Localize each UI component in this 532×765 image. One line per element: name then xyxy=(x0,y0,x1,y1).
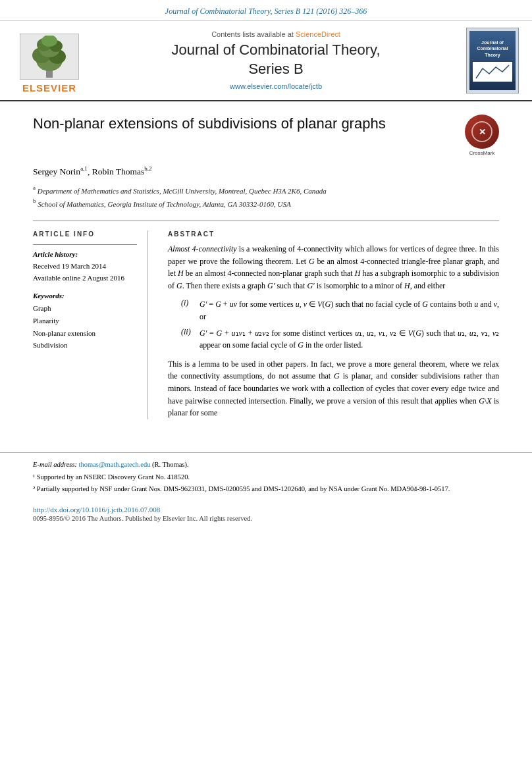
copyright-line: 0095-8956/© 2016 The Authors. Published … xyxy=(33,515,532,522)
available-date: Available online 2 August 2016 xyxy=(33,273,137,284)
affiliations: a Department of Mathematics and Statisti… xyxy=(33,184,499,211)
item-ii-text: G′ = G + u₁v₁ + u₂v₂ for some distinct v… xyxy=(200,327,499,352)
article-title-row: Non-planar extensions of subdivisions of… xyxy=(33,115,499,156)
almost-4-connectivity-term: Almost 4-connectivity xyxy=(168,244,237,253)
roman-list: (i) G′ = G + uv for some vertices u, v ∈… xyxy=(181,298,499,351)
elsevier-tree-image xyxy=(20,34,79,80)
crossmark-badge: ✕ xyxy=(465,115,499,149)
journal-main-title: Journal of Combinatorial Theory, Series … xyxy=(96,41,456,78)
affil-a-text: Department of Mathematics and Statistics… xyxy=(38,186,327,194)
elsevier-brand: ELSEVIER xyxy=(22,82,76,93)
info-sep xyxy=(33,244,137,245)
abstract-text-2: This is a lemma to be used in other pape… xyxy=(168,358,499,419)
journal-cover-image: Journal ofCombinatorialTheory xyxy=(466,28,519,93)
keywords-title: Keywords: xyxy=(33,292,137,300)
item-i-label: (i) xyxy=(181,298,200,323)
item-ii-label: (ii) xyxy=(181,327,200,352)
crossmark-inner: ✕ xyxy=(471,121,492,142)
article-info-column: ARTICLE INFO Article history: Received 1… xyxy=(33,230,148,419)
fn1: ¹ Supported by an NSERC Discovery Grant … xyxy=(33,472,499,483)
contents-prefix: Contents lists available at xyxy=(211,30,296,38)
affil-b-text: School of Mathematics, Georgia Institute… xyxy=(38,199,290,207)
crossmark-wrapper: ✕ CrossMark xyxy=(465,115,499,156)
cover-title: Journal ofCombinatorialTheory xyxy=(477,40,508,57)
email-note: E-mail address: thomas@math.gatech.edu (… xyxy=(33,460,499,471)
doi-line[interactable]: http://dx.doi.org/10.1016/j.jctb.2016.07… xyxy=(33,506,532,514)
article-info-heading: ARTICLE INFO xyxy=(33,230,137,238)
keyword-subdivision: Subdivision xyxy=(33,339,137,352)
crossmark-label: CrossMark xyxy=(469,150,495,156)
journal-title-block: Contents lists available at ScienceDirec… xyxy=(96,28,456,93)
affil-a-marker: a xyxy=(33,186,36,194)
abstract-column: ABSTRACT Almost 4-connectivity is a weak… xyxy=(168,230,499,419)
abstract-heading: ABSTRACT xyxy=(168,230,499,238)
journal-citation: Journal of Combinatorial Theory, Series … xyxy=(165,7,367,16)
article-body: Non-planar extensions of subdivisions of… xyxy=(0,101,532,433)
fn2: ² Partially supported by NSF under Grant… xyxy=(33,484,499,495)
affil-b-marker: b xyxy=(33,199,36,207)
keyword-nonplanar: Non-planar extension xyxy=(33,327,137,340)
received-date: Received 19 March 2014 xyxy=(33,261,137,273)
elsevier-logo-block: ELSEVIER xyxy=(13,28,86,93)
abstract-text: Almost 4-connectivity is a weakening of … xyxy=(168,243,499,292)
item-i-text: G′ = G + uv for some vertices u, v ∈ V(G… xyxy=(200,298,499,323)
tree-svg xyxy=(23,36,76,78)
article-title: Non-planar extensions of subdivisions of… xyxy=(33,115,454,134)
authors-line: Sergey Norina,1, Robin Thomasb,2 xyxy=(33,165,499,177)
contents-line: Contents lists available at ScienceDirec… xyxy=(96,30,456,38)
email-link[interactable]: thomas@math.gatech.edu xyxy=(79,461,151,468)
keyword-planarity: Planarity xyxy=(33,315,137,327)
separator-line xyxy=(33,221,499,221)
journal-url[interactable]: www.elsevier.com/locate/jctb xyxy=(96,82,456,90)
journal-top-header: Journal of Combinatorial Theory, Series … xyxy=(0,0,532,21)
footer-area: E-mail address: thomas@math.gatech.edu (… xyxy=(0,452,532,500)
article-history-title: Article history: xyxy=(33,250,137,258)
page: Journal of Combinatorial Theory, Series … xyxy=(0,0,532,765)
roman-item-ii: (ii) G′ = G + u₁v₁ + u₂v₂ for some disti… xyxy=(181,327,499,352)
elsevier-header: ELSEVIER Contents lists available at Sci… xyxy=(0,21,532,101)
roman-item-i: (i) G′ = G + uv for some vertices u, v ∈… xyxy=(181,298,499,323)
two-column-layout: ARTICLE INFO Article history: Received 1… xyxy=(33,230,499,419)
science-direct-link[interactable]: ScienceDirect xyxy=(296,30,340,38)
keyword-graph: Graph xyxy=(33,302,137,315)
